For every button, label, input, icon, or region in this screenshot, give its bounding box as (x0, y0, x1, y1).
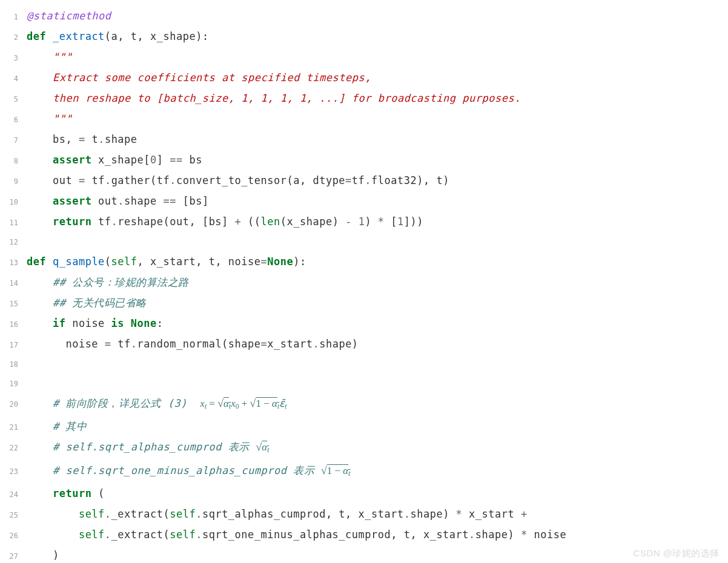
code-line: 15 ## 无关代码已省略 (0, 293, 728, 314)
code-line: 8 assert x_shape[0] == bs (0, 150, 728, 171)
comment: ## 公众号：珍妮的算法之路 (53, 276, 189, 288)
line-number: 9 (0, 172, 27, 191)
none-literal: None (267, 255, 293, 268)
params: (a, t, x_shape): (105, 30, 209, 42)
math-formula: √αt (256, 441, 270, 453)
code-line: 6 """ (0, 109, 728, 130)
line-number: 16 (0, 315, 27, 334)
code-line: 25 self._extract(self.sqrt_alphas_cumpro… (0, 504, 728, 525)
code-line: 1 @staticmethod (0, 6, 728, 27)
keyword-assert: assert (53, 154, 91, 166)
code-line: 7 bs, = t.shape (0, 130, 728, 150)
keyword-return: return (53, 487, 91, 499)
line-number: 15 (0, 294, 27, 314)
self-ref: self (79, 528, 105, 541)
code-line: 17 noise = tf.random_normal(shape=x_star… (0, 334, 728, 355)
line-number: 1 (0, 7, 27, 27)
code-line: 19 (0, 374, 728, 393)
line-number: 8 (0, 151, 27, 171)
self-param: self (111, 255, 137, 268)
self-ref: self (170, 508, 196, 520)
line-number: 10 (0, 193, 27, 212)
keyword-return: return (53, 216, 91, 228)
keyword-is: is (111, 317, 124, 329)
line-number: 26 (0, 526, 27, 545)
watermark: CSDN @珍妮的选择 (634, 548, 720, 559)
code-line: 22 # self.sqrt_alphas_cumprod 表示 √αt (0, 437, 728, 460)
code-line: 20 # 前向阶段，详见公式 (3) xt = √αtx0 + √1 − αtε… (0, 393, 728, 416)
keyword-if: if (53, 317, 65, 329)
line-number: 21 (0, 418, 27, 437)
line-number: 6 (0, 110, 27, 130)
code-block: 1 @staticmethod 2 def _extract(a, t, x_s… (0, 0, 728, 563)
decorator: @staticmethod (27, 10, 111, 22)
line-number: 27 (0, 547, 27, 563)
line-number: 25 (0, 505, 27, 525)
comment: ## 无关代码已省略 (53, 297, 147, 309)
comment: # 其中 (53, 420, 87, 432)
code-line: 13 def q_sample(self, x_start, t, noise=… (0, 252, 728, 272)
code-line: 26 self._extract(self.sqrt_one_minus_alp… (0, 525, 728, 545)
code-line: 3 """ (0, 47, 728, 68)
line-number: 14 (0, 274, 27, 293)
code-line: 2 def _extract(a, t, x_shape): (0, 27, 728, 47)
code-line: 23 # self.sqrt_one_minus_alphas_cumprod … (0, 461, 728, 484)
code-line: 4 Extract some coefficients at specified… (0, 68, 728, 88)
self-ref: self (79, 508, 105, 520)
line-number: 17 (0, 335, 27, 355)
line-number: 24 (0, 485, 27, 504)
docstring: """ (53, 113, 72, 125)
code-line: 10 assert out.shape == [bs] (0, 191, 728, 212)
code-line: 24 return ( (0, 484, 728, 504)
code-line: 11 return tf.reshape(out, [bs] + ((len(x… (0, 212, 728, 232)
line-number: 23 (0, 462, 27, 481)
docstring: """ (53, 51, 72, 63)
line-number: 13 (0, 253, 27, 272)
function-name: q_sample (53, 255, 105, 268)
line-number: 2 (0, 28, 27, 47)
code-line: 14 ## 公众号：珍妮的算法之路 (0, 272, 728, 293)
line-number: 12 (0, 232, 27, 252)
line-number: 3 (0, 48, 27, 68)
code-line: 9 out = tf.gather(tf.convert_to_tensor(a… (0, 171, 728, 191)
code-line: 18 (0, 355, 728, 374)
code-line: 5 then reshape to [batch_size, 1, 1, 1, … (0, 88, 728, 109)
code-line: 12 (0, 232, 728, 252)
line-number: 11 (0, 213, 27, 232)
none-literal: None (131, 317, 157, 329)
self-ref: self (170, 528, 196, 541)
docstring: then reshape to [batch_size, 1, 1, 1, 1,… (53, 92, 521, 104)
line-number: 19 (0, 374, 27, 393)
docstring: Extract some coefficients at specified t… (53, 71, 371, 84)
line-number: 5 (0, 90, 27, 109)
builtin-len: len (261, 216, 280, 228)
math-formula: xt = √αtx0 + √1 − αtε̄t (200, 398, 286, 409)
comment: # self.sqrt_one_minus_alphas_cumprod 表示 … (53, 464, 350, 476)
comment: # 前向阶段，详见公式 (3) xt = √αtx0 + √1 − αtε̄t (53, 397, 286, 409)
line-number: 22 (0, 438, 27, 458)
line-number: 4 (0, 69, 27, 88)
comment: # self.sqrt_alphas_cumprod 表示 √αt (53, 441, 270, 453)
line-number: 20 (0, 395, 27, 414)
math-formula: √1 − αt (321, 465, 351, 476)
code-line: 21 # 其中 (0, 416, 728, 437)
line-number: 7 (0, 131, 27, 150)
line-number: 18 (0, 355, 27, 374)
code-line: 27 ) (0, 545, 728, 563)
code-line: 16 if noise is None: (0, 314, 728, 334)
keyword-assert: assert (53, 195, 91, 207)
function-name: _extract (53, 30, 105, 42)
keyword-def: def (27, 255, 46, 268)
keyword-def: def (27, 30, 46, 42)
